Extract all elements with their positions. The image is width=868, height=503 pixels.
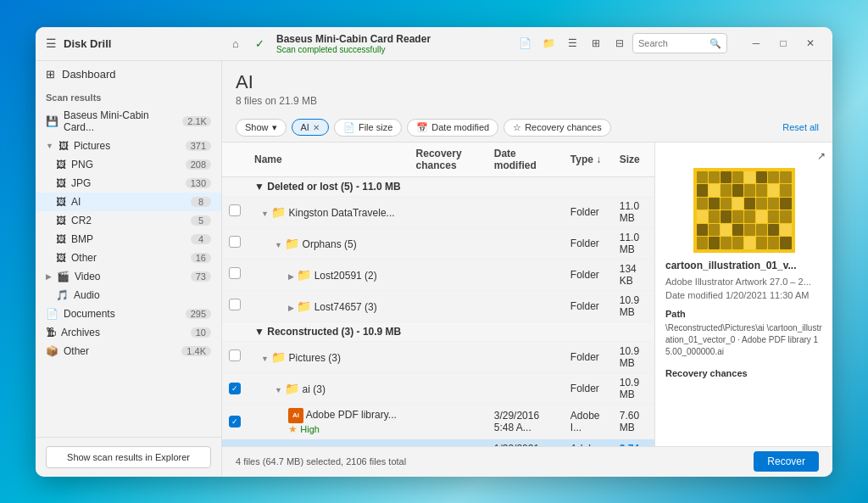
row-checkbox[interactable] xyxy=(229,299,241,310)
chevron-down-icon: ▼ xyxy=(254,326,264,338)
row-checkbox[interactable] xyxy=(229,204,241,216)
sidebar-item-video[interactable]: ▶ 🎬 Video 73 xyxy=(36,267,221,286)
cr2-label: CR2 xyxy=(71,215,92,226)
png-count: 208 xyxy=(186,159,211,170)
show-filter-button[interactable]: Show ▾ xyxy=(236,119,287,137)
minimize-button[interactable]: ─ xyxy=(744,31,768,55)
detail-meta1: Adobe Illustrator Artwork 27.0 – 2... xyxy=(655,275,832,288)
file-size-filter-button[interactable]: 📄 File size xyxy=(334,119,402,137)
chevron-down-icon: ▼ xyxy=(275,386,282,394)
row-checkbox[interactable] xyxy=(229,349,241,361)
dashboard-icon: ⊞ xyxy=(46,68,55,81)
row-checkbox[interactable]: ✓ xyxy=(229,416,241,428)
page-title: AI xyxy=(236,71,819,93)
page-subtitle: 8 files on 21.9 MB xyxy=(236,95,819,107)
reset-all-button[interactable]: Reset all xyxy=(782,122,819,132)
grid-icon[interactable]: ⊞ xyxy=(585,32,607,54)
sidebar-item-png[interactable]: 🖼 PNG 208 xyxy=(36,155,221,174)
recovery-chances-filter-button[interactable]: ☆ Recovery chances xyxy=(504,119,611,137)
table-row[interactable]: ▼ 📁 Orphans (5) Folder 11.0 MB xyxy=(222,227,654,259)
row-checkbox[interactable]: ✓ xyxy=(229,383,241,394)
device-status: Scan completed successfully xyxy=(276,45,431,54)
col-type[interactable]: Type ↓ xyxy=(564,143,613,177)
search-input[interactable] xyxy=(638,38,706,48)
close-button[interactable]: ✕ xyxy=(798,31,822,55)
table-row[interactable]: ✓ Ai Adobe PDF library... ★ High 3/29/20… xyxy=(222,404,654,439)
device-icon: 💾 xyxy=(46,115,58,127)
content-header: AI 8 files on 21.9 MB xyxy=(222,61,832,114)
sidebar-item-ai[interactable]: 🖼 AI 8 xyxy=(36,193,221,211)
table-area: Name Recovery chances Date modified Type… xyxy=(222,143,654,446)
nav-icons: ⌂ ✓ xyxy=(225,33,270,53)
row-checkbox[interactable] xyxy=(229,267,241,279)
chevron-right-icon: ▶ xyxy=(288,272,294,281)
sidebar-item-other-pictures[interactable]: 🖼 Other 16 xyxy=(36,249,221,267)
table-row[interactable]: ✓ Ai cartoon_... ▶ ★ High 1/20/2021 11:3… xyxy=(222,439,654,446)
folder-icon: 📁 xyxy=(285,237,299,250)
sidebar-item-documents[interactable]: 📄 Documents 295 xyxy=(36,305,221,323)
table-row[interactable]: ✓ ▼ 📁 ai (3) Folder 10.9 MB xyxy=(222,372,654,404)
audio-icon: 🎵 xyxy=(56,289,69,301)
star-icon: ★ xyxy=(288,423,298,435)
table-row[interactable]: ▶ 📁 Lost74657 (3) Folder 10.9 MB xyxy=(222,290,654,321)
archives-icon: 🗜 xyxy=(46,327,56,338)
folder-icon: 📁 xyxy=(285,382,299,395)
other-pictures-icon: 🖼 xyxy=(56,252,66,264)
sidebar-item-audio[interactable]: 🎵 Audio xyxy=(36,286,221,305)
calendar-icon: 📅 xyxy=(416,122,428,133)
app-title: Disk Drill xyxy=(64,37,111,50)
sidebar-item-device[interactable]: 💾 Baseus Mini-Cabin Card... 2.1K xyxy=(36,106,221,137)
jpg-label: JPG xyxy=(71,177,91,189)
star-filter-icon: ☆ xyxy=(513,122,521,133)
device-name: Baseus Mini-Cabin Card Reader xyxy=(276,33,431,45)
thumbnail-container xyxy=(655,168,832,253)
close-filter-icon[interactable]: ✕ xyxy=(313,123,320,132)
col-recovery[interactable]: Recovery chances xyxy=(409,143,487,177)
documents-icon: 📄 xyxy=(46,308,58,320)
sidebar-item-pictures[interactable]: ▼ 🖼 Pictures 371 xyxy=(36,137,221,155)
file-thumbnail xyxy=(693,168,795,253)
maximize-button[interactable]: □ xyxy=(771,31,795,55)
recover-button[interactable]: Recover xyxy=(754,451,819,472)
ai-count: 8 xyxy=(191,197,211,207)
png-label: PNG xyxy=(71,159,93,170)
cr2-count: 5 xyxy=(191,215,211,226)
sidebar-item-cr2[interactable]: 🖼 CR2 5 xyxy=(36,211,221,230)
bmp-label: BMP xyxy=(71,233,93,245)
other-pictures-count: 16 xyxy=(191,253,211,263)
show-in-explorer-button[interactable]: Show scan results in Explorer xyxy=(46,446,211,468)
recovery-chances-label: Recovery chances xyxy=(525,122,602,132)
row-checkbox[interactable] xyxy=(229,236,241,248)
table-row[interactable]: ▼ 📁 Pictures (3) Folder 10.9 MB xyxy=(222,341,654,372)
sidebar-item-other[interactable]: 📦 Other 1.4K xyxy=(36,342,221,360)
document-icon[interactable]: 📄 xyxy=(514,32,536,54)
date-modified-filter-button[interactable]: 📅 Date modified xyxy=(407,119,498,137)
col-size[interactable]: Size xyxy=(613,143,654,177)
list-icon[interactable]: ☰ xyxy=(561,32,583,54)
folder-open-icon[interactable]: 📁 xyxy=(537,32,559,54)
sidebar-item-dashboard[interactable]: ⊞ Dashboard xyxy=(36,61,221,87)
file-icon-small: 📄 xyxy=(343,122,355,133)
sidebar-item-jpg[interactable]: 🖼 JPG 130 xyxy=(36,174,221,193)
filter-bar: Show ▾ AI ✕ 📄 File size 📅 Date modified … xyxy=(222,114,832,143)
toolbar-icons: 📄 📁 ☰ ⊞ ⊟ 🔍 xyxy=(514,32,727,54)
col-date[interactable]: Date modified xyxy=(487,143,564,177)
chevron-down-icon: ▼ xyxy=(46,142,53,150)
sidebar-item-archives[interactable]: 🗜 Archives 10 xyxy=(36,323,221,342)
folder-icon: 📁 xyxy=(297,268,311,282)
table-row[interactable]: ▼ 📁 Kingston DataTravele... Folder 11.0 … xyxy=(222,196,654,227)
title-bar-center: ⌂ ✓ Baseus Mini-Cabin Card Reader Scan c… xyxy=(215,32,737,54)
sidebar-item-bmp[interactable]: 🖼 BMP 4 xyxy=(36,230,221,249)
columns-icon[interactable]: ⊟ xyxy=(609,32,631,54)
expand-icon[interactable]: ↗ xyxy=(817,150,826,162)
table-row[interactable]: ▶ 📁 Lost20591 (2) Folder 134 KB xyxy=(222,259,654,290)
hamburger-icon[interactable]: ☰ xyxy=(46,36,57,50)
video-label: Video xyxy=(75,271,100,282)
detail-date: Date modified 1/20/2021 11:30 AM xyxy=(655,288,832,302)
ai-icon: 🖼 xyxy=(56,196,66,208)
app-branding: ☰ Disk Drill xyxy=(46,36,215,50)
documents-count: 295 xyxy=(186,309,211,319)
col-name[interactable]: Name xyxy=(248,143,409,177)
home-icon[interactable]: ⌂ xyxy=(225,33,246,53)
ai-filter-button[interactable]: AI ✕ xyxy=(292,119,329,136)
